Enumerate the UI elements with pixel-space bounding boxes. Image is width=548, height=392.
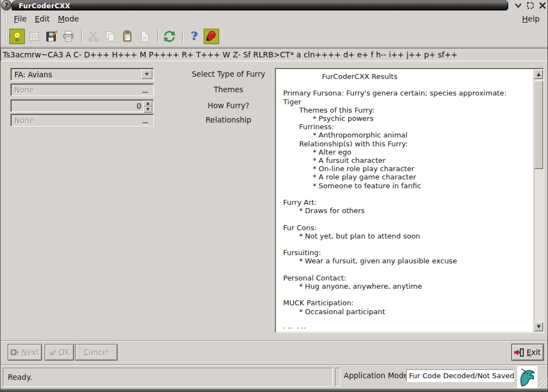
chevron-down-icon[interactable] [141, 70, 152, 79]
form-row-relationship: None Relationship [10, 114, 270, 126]
relationship-value: None [14, 116, 34, 125]
how-furry-label: How Furry? [187, 99, 270, 112]
option-menu-indicator-icon [142, 122, 148, 124]
svg-text:?: ? [190, 30, 197, 43]
dolphin-icon [517, 366, 538, 388]
menu-mode[interactable]: Mode [56, 14, 81, 24]
relationship-combo: None [10, 114, 154, 126]
ok-check-icon [49, 349, 56, 356]
close-icon[interactable] [538, 1, 546, 9]
scrollbar-thumb[interactable] [534, 81, 543, 169]
scroll-up-icon[interactable]: ▲ [534, 70, 543, 79]
toolbar: ?? [1, 26, 548, 47]
menubar-grip[interactable] [4, 14, 8, 24]
toolbar-separator [81, 30, 82, 43]
app-window: FurCoderCXX ? File Edit Mode Help ?? Ts3… [0, 0, 548, 392]
titlebar-pill[interactable]: FurCoderCXX [12, 1, 508, 10]
lightbulb-icon[interactable] [9, 29, 25, 44]
copy-icon [103, 29, 118, 44]
button-bar: Next OK Cancel Exit [1, 340, 548, 364]
ok-button: OK [45, 344, 74, 361]
furcode-text: Ts3acmrw~CA3 A C- D+++ H+++ M P++++ R+ T… [3, 50, 457, 59]
menu-edit[interactable]: Edit [33, 14, 52, 24]
titlebar: FurCoderCXX ? [1, 0, 548, 11]
clear-page-icon [137, 29, 152, 44]
cancel-button: Cancel [75, 344, 118, 361]
menu-file[interactable]: File [12, 14, 29, 24]
themes-label: Themes [187, 83, 270, 96]
results-viewport[interactable]: FurCoderCXX Results Primary Fursona: Fur… [276, 69, 534, 332]
results-scrollbar[interactable]: ▲ ▼ [534, 69, 543, 332]
fur-pointer-icon[interactable] [204, 29, 219, 44]
resize-grip[interactable] [539, 379, 547, 388]
type-of-furry-combo[interactable]: FA: Avians [10, 68, 154, 81]
form-row-themes: None Themes [10, 83, 270, 96]
form-row-how-furry: 0 ▲ ▼ How Furry? [10, 99, 270, 112]
toolbar-separator [157, 30, 158, 43]
toolbar-grip[interactable] [4, 29, 8, 43]
menubar: File Edit Mode Help [1, 12, 548, 26]
cut-icon [86, 29, 101, 44]
help-icon[interactable]: ?? [187, 29, 202, 44]
window-title: FurCoderCXX [19, 2, 70, 10]
menu-help[interactable]: Help [520, 14, 542, 24]
next-button: Next [8, 344, 42, 361]
toolbar-separator [182, 30, 183, 43]
results-text: FurCoderCXX Results Primary Fursona: Fur… [276, 69, 534, 332]
paste-icon[interactable] [120, 29, 135, 44]
themes-combo: None [10, 83, 154, 96]
exit-door-icon [514, 348, 524, 357]
window-menu-icon[interactable]: ? [1, 0, 12, 10]
relationship-label: Relationship [187, 114, 270, 126]
window-bottom-border [1, 389, 548, 392]
how-furry-value[interactable]: 0 [136, 102, 141, 110]
print-icon[interactable] [61, 29, 76, 44]
application-mode-value: Fur Code Decoded/Not Saved [406, 369, 514, 382]
option-menu-indicator-icon [142, 92, 148, 93]
application-mode-label: Application Mode [344, 371, 408, 380]
spin-up-icon[interactable]: ▲ [143, 100, 152, 107]
exit-button[interactable]: Exit [512, 344, 544, 361]
spinner-buttons: ▲ ▼ [143, 100, 152, 111]
type-of-furry-value: FA: Avians [14, 70, 52, 79]
toolbar-items: ?? [9, 28, 221, 45]
type-of-furry-label: Select Type of Furry [187, 68, 270, 81]
minimize-icon[interactable] [514, 1, 522, 9]
spin-down-icon[interactable]: ▼ [143, 107, 152, 113]
main-area: FA: Avians Select Type of Furry None The… [1, 61, 548, 340]
furcode-bar: Ts3acmrw~CA3 A C- D+++ H+++ M P++++ R+ T… [1, 48, 548, 61]
themes-value: None [14, 86, 34, 94]
refresh-icon[interactable] [162, 29, 177, 44]
statusbar: Ready. Application Mode Fur Code Decoded… [1, 364, 548, 389]
status-message: Ready. [3, 368, 333, 386]
next-icon [10, 348, 19, 357]
scroll-down-icon[interactable]: ▼ [534, 322, 543, 331]
status-separator [335, 368, 340, 386]
maximize-icon[interactable] [526, 1, 534, 9]
save-icon[interactable] [44, 29, 59, 44]
window-controls [514, 1, 546, 9]
results-panel: FurCoderCXX Results Primary Fursona: Fur… [275, 68, 544, 333]
how-furry-spinner[interactable]: 0 ▲ ▼ [10, 99, 154, 112]
form-row-type: FA: Avians Select Type of Furry [10, 68, 270, 81]
form-grid-icon [26, 29, 42, 44]
form-panel: FA: Avians Select Type of Furry None The… [10, 68, 270, 134]
